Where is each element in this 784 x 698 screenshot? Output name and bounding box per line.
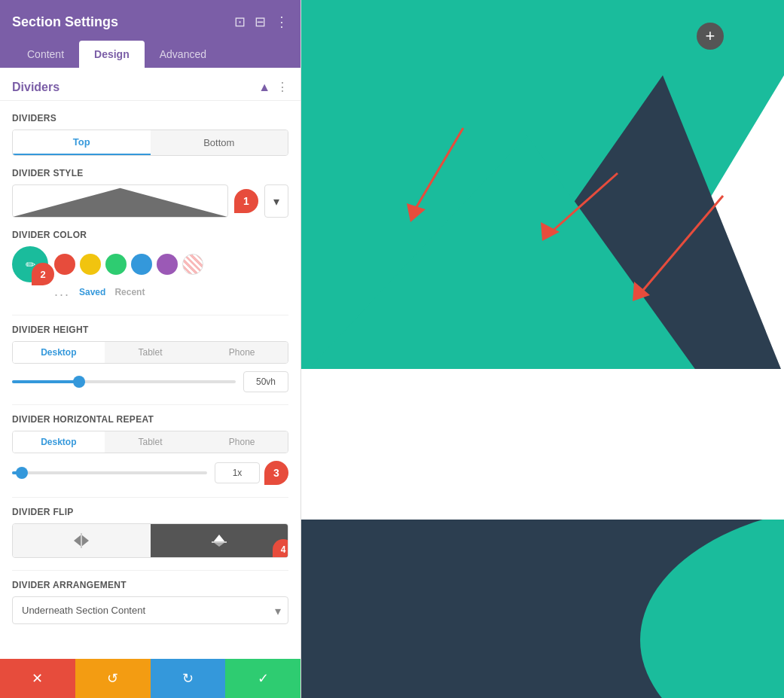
repeat-slider-track[interactable] (12, 471, 207, 474)
plus-icon: + (706, 26, 715, 46)
canvas: + (301, 0, 784, 698)
repeat-tablet-tab[interactable]: Tablet (105, 431, 197, 453)
section-controls: ▲ ⋮ (258, 80, 288, 94)
dividers-toggle-group: Top Bottom (12, 130, 288, 156)
undo-button[interactable]: ↺ (75, 659, 151, 698)
repeat-device-tabs: Desktop Tablet Phone (12, 431, 288, 453)
divider-height-label: Divider Height (12, 325, 288, 335)
color-green[interactable] (105, 254, 127, 275)
redo-icon: ↻ (182, 670, 194, 687)
height-phone-tab[interactable]: Phone (196, 342, 288, 363)
tab-content[interactable]: Content (12, 41, 79, 68)
header-top: Section Settings ⊡ ⊟ ⋮ (12, 14, 288, 30)
repeat-slider-thumb[interactable] (16, 467, 28, 479)
more-icon[interactable]: ⋮ (275, 14, 288, 30)
dividers-field-label: Dividers (12, 113, 288, 123)
save-icon: ✓ (258, 670, 269, 687)
sidebar-header: Section Settings ⊡ ⊟ ⋮ Content Design Ad… (0, 0, 300, 68)
height-slider-fill (12, 380, 79, 383)
color-swatches (54, 254, 203, 275)
flip-vertical-btn[interactable]: 4 (151, 524, 288, 557)
field-divider-4 (12, 570, 288, 571)
sidebar: Section Settings ⊡ ⊟ ⋮ Content Design Ad… (0, 0, 301, 698)
cancel-button[interactable]: ✕ (0, 659, 75, 698)
dots-btn[interactable]: ··· (54, 287, 70, 303)
collapse-icon[interactable]: ▲ (258, 81, 270, 94)
cancel-icon: ✕ (32, 670, 43, 687)
add-section-button[interactable]: + (697, 23, 724, 50)
flip-horizontal-btn[interactable] (13, 524, 151, 557)
divider-repeat-slider-group: Desktop Tablet Phone 1x 3 (12, 431, 288, 485)
section-body: Dividers Top Bottom Divider Style 1 ▾ Di (0, 101, 300, 648)
color-purple[interactable] (157, 254, 178, 275)
color-red[interactable] (54, 254, 75, 275)
svg-point-13 (640, 504, 784, 698)
repeat-desktop-tab[interactable]: Desktop (13, 431, 105, 453)
color-tabs-row: ··· Saved Recent (12, 287, 288, 303)
dividers-section-header: Dividers ▲ ⋮ (0, 68, 300, 101)
flip-h-icon (71, 532, 92, 550)
sidebar-content: Dividers ▲ ⋮ Dividers Top Bottom Divider… (0, 68, 300, 659)
height-device-tabs: Desktop Tablet Phone (12, 341, 288, 364)
page-title: Section Settings (12, 14, 118, 30)
repeat-phone-tab[interactable]: Phone (196, 431, 288, 453)
repeat-slider-row: 1x 3 (12, 461, 288, 485)
height-tablet-tab[interactable]: Tablet (105, 342, 197, 363)
divider-flip-label: Divider Flip (12, 507, 288, 517)
svg-marker-4 (213, 535, 225, 542)
active-color-swatch[interactable]: ✏ 2 (12, 246, 48, 282)
bottom-toggle-btn[interactable]: Bottom (151, 130, 288, 155)
header-icons: ⊡ ⊟ ⋮ (234, 14, 288, 30)
repeat-slider-value[interactable]: 1x (215, 462, 260, 483)
canvas-background-svg (301, 0, 784, 698)
top-toggle-btn[interactable]: Top (13, 130, 151, 155)
badge-4: 4 (273, 539, 288, 558)
svg-marker-2 (81, 535, 89, 547)
height-slider-value[interactable]: 50vh (243, 371, 288, 392)
badge-1: 1 (234, 189, 258, 213)
repeat-value-badge: 1x 3 (215, 461, 288, 485)
divider-style-container: 1 ▾ (12, 184, 288, 218)
svg-rect-14 (301, 369, 784, 520)
height-slider-row: 50vh (12, 371, 288, 392)
saved-tab[interactable]: Saved (79, 287, 105, 303)
height-slider-thumb[interactable] (73, 376, 85, 388)
svg-marker-1 (74, 535, 81, 547)
bottom-toolbar: ✕ ↺ ↻ ✓ (0, 659, 300, 698)
divider-arrangement-label: Divider Arrangement (12, 580, 288, 590)
color-blue[interactable] (131, 254, 152, 275)
tab-design[interactable]: Design (79, 41, 145, 68)
divider-style-preview[interactable] (12, 184, 228, 218)
columns-icon[interactable]: ⊟ (255, 14, 266, 30)
recent-tab[interactable]: Recent (114, 287, 145, 303)
color-transparent[interactable] (182, 254, 203, 275)
badge-2: 2 (32, 263, 54, 285)
height-slider-track[interactable] (12, 380, 236, 383)
undo-icon: ↺ (107, 670, 118, 687)
color-picker-row: ✏ 2 (12, 246, 288, 282)
badge-3: 3 (264, 461, 288, 485)
divider-height-slider-group: Desktop Tablet Phone 50vh (12, 341, 288, 392)
divider-arrangement-wrapper: Underneath Section Content On Top of Sec… (12, 596, 288, 624)
divider-preview-svg (13, 185, 227, 217)
divider-color-label: Divider Color (12, 230, 288, 240)
field-divider-3 (12, 497, 288, 498)
field-divider-1 (12, 315, 288, 315)
height-desktop-tab[interactable]: Desktop (13, 342, 105, 363)
divider-repeat-label: Divider Horizontal Repeat (12, 414, 288, 425)
resize-icon[interactable]: ⊡ (234, 14, 246, 30)
dividers-section-title: Dividers (12, 81, 59, 94)
style-select-arrow[interactable]: ▾ (264, 184, 288, 218)
divider-arrangement-select[interactable]: Underneath Section Content On Top of Sec… (12, 596, 288, 624)
color-yellow[interactable] (80, 254, 101, 275)
tabs: Content Design Advanced (12, 41, 288, 68)
tab-advanced[interactable]: Advanced (145, 41, 221, 68)
redo-button[interactable]: ↻ (151, 659, 226, 698)
svg-marker-0 (13, 188, 227, 217)
divider-flip-group: 4 (12, 523, 288, 558)
flip-v-icon (209, 532, 230, 550)
field-divider-2 (12, 404, 288, 405)
section-more-icon[interactable]: ⋮ (276, 80, 288, 94)
divider-style-label: Divider Style (12, 168, 288, 178)
save-button[interactable]: ✓ (225, 659, 300, 698)
